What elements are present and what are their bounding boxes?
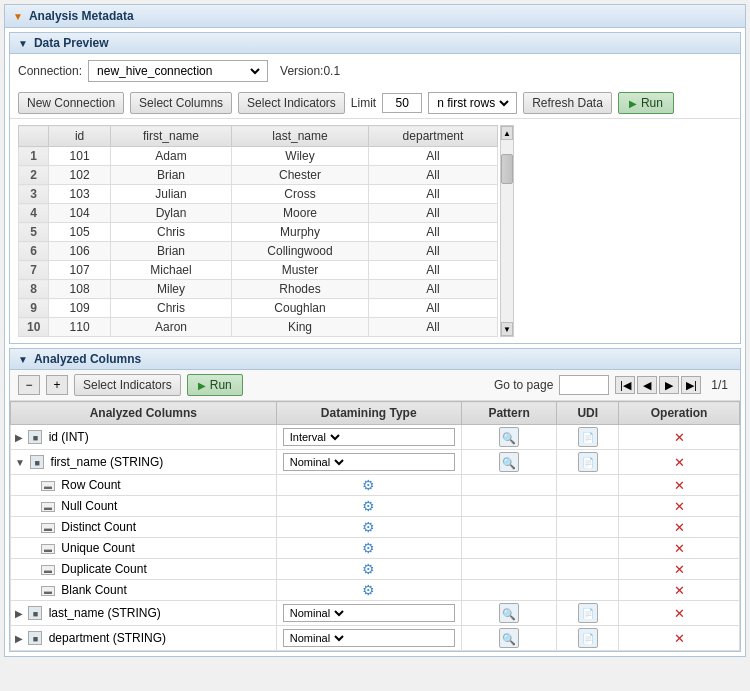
sub-delete-icon[interactable]: ✕ xyxy=(674,499,685,514)
page-last-button[interactable]: ▶| xyxy=(681,376,701,394)
row-index: 1 xyxy=(19,147,49,166)
row-index: 9 xyxy=(19,299,49,318)
rows-dropdown[interactable]: n first rows xyxy=(433,95,512,111)
expand-icon[interactable]: ▼ xyxy=(15,457,25,468)
delete-icon[interactable]: ✕ xyxy=(674,430,685,445)
sub-type-icon: ▬ xyxy=(41,565,55,575)
rows-select[interactable]: n first rows xyxy=(428,92,517,114)
limit-input[interactable] xyxy=(382,93,422,113)
goto-input[interactable] xyxy=(559,375,609,395)
analyzed-row: ▬ Null Count ⚙✕ xyxy=(11,496,740,517)
row-cell: Collingwood xyxy=(232,242,369,261)
sub-delete-icon[interactable]: ✕ xyxy=(674,583,685,598)
gear-icon[interactable]: ⚙ xyxy=(362,540,375,556)
sub-name-text: Row Count xyxy=(61,478,120,492)
expand-icon[interactable]: ▶ xyxy=(15,608,23,619)
sub-delete-icon[interactable]: ✕ xyxy=(674,478,685,493)
sub-type-cell: ⚙ xyxy=(276,475,461,496)
scroll-up[interactable]: ▲ xyxy=(501,126,513,140)
sub-udi-cell xyxy=(557,517,619,538)
scroll-thumb[interactable] xyxy=(501,154,513,184)
page-prev-button[interactable]: ◀ xyxy=(637,376,657,394)
nav-minus-button[interactable]: − xyxy=(18,375,40,395)
datamining-select[interactable]: Nominal xyxy=(286,455,347,469)
col-name-text: id (INT) xyxy=(49,430,89,444)
analyzed-select-indicators-button[interactable]: Select Indicators xyxy=(74,374,181,396)
datamining-select[interactable]: Nominal xyxy=(286,606,347,620)
table-scrollbar[interactable]: ▲ ▼ xyxy=(500,125,514,337)
analyzed-col-header-name: Analyzed Columns xyxy=(11,402,277,425)
connection-dropdown[interactable]: new_hive_connection xyxy=(93,63,263,79)
sub-pattern-cell xyxy=(461,475,557,496)
sub-delete-icon[interactable]: ✕ xyxy=(674,520,685,535)
row-cell: 106 xyxy=(49,242,111,261)
gear-icon[interactable]: ⚙ xyxy=(362,477,375,493)
analyzed-col-header-udi: UDI xyxy=(557,402,619,425)
sub-delete-icon[interactable]: ✕ xyxy=(674,562,685,577)
gear-icon[interactable]: ⚙ xyxy=(362,561,375,577)
new-connection-button[interactable]: New Connection xyxy=(18,92,124,114)
col-type-icon: ■ xyxy=(28,631,42,645)
pattern-icon[interactable]: 🔍 xyxy=(499,427,519,447)
analyzed-row: ▬ Unique Count ⚙✕ xyxy=(11,538,740,559)
data-table-wrapper: id first_name last_name department 1101A… xyxy=(10,119,740,343)
datamining-select[interactable]: Nominal xyxy=(286,631,347,645)
col-type-icon: ■ xyxy=(28,606,42,620)
run-label: Run xyxy=(641,96,663,110)
table-header-row: id first_name last_name department xyxy=(19,126,498,147)
select-columns-button[interactable]: Select Columns xyxy=(130,92,232,114)
udi-icon[interactable]: 📄 xyxy=(578,427,598,447)
row-cell: All xyxy=(368,185,497,204)
pattern-icon[interactable]: 🔍 xyxy=(499,628,519,648)
connection-row: Connection: new_hive_connection Version:… xyxy=(10,54,740,88)
analyzed-table: Analyzed Columns Datamining Type Pattern… xyxy=(10,401,740,651)
operation-cell: ✕ xyxy=(619,450,740,475)
udi-icon[interactable]: 📄 xyxy=(578,452,598,472)
delete-icon[interactable]: ✕ xyxy=(674,606,685,621)
scroll-down[interactable]: ▼ xyxy=(501,322,513,336)
datamining-type-cell[interactable]: Nominal xyxy=(276,601,461,626)
datamining-type-cell[interactable]: Interval xyxy=(276,425,461,450)
col-header-last-name: last_name xyxy=(232,126,369,147)
pattern-icon[interactable]: 🔍 xyxy=(499,603,519,623)
delete-icon[interactable]: ✕ xyxy=(674,631,685,646)
datamining-select[interactable]: Interval xyxy=(286,430,343,444)
gear-icon[interactable]: ⚙ xyxy=(362,498,375,514)
gear-icon[interactable]: ⚙ xyxy=(362,582,375,598)
sub-col-name: ▬ Distinct Count xyxy=(11,517,277,538)
expand-icon[interactable]: ▶ xyxy=(15,633,23,644)
row-cell: 101 xyxy=(49,147,111,166)
row-cell: Moore xyxy=(232,204,369,223)
row-index: 7 xyxy=(19,261,49,280)
udi-icon[interactable]: 📄 xyxy=(578,603,598,623)
table-row: 3103JulianCrossAll xyxy=(19,185,498,204)
datamining-type-cell[interactable]: Nominal xyxy=(276,626,461,651)
connection-select[interactable]: new_hive_connection xyxy=(88,60,268,82)
sub-delete-icon[interactable]: ✕ xyxy=(674,541,685,556)
sub-udi-cell xyxy=(557,538,619,559)
delete-icon[interactable]: ✕ xyxy=(674,455,685,470)
pattern-icon[interactable]: 🔍 xyxy=(499,452,519,472)
analyzed-arrow: ▼ xyxy=(18,354,28,365)
run-button[interactable]: ▶ Run xyxy=(618,92,674,114)
analyzed-run-button[interactable]: ▶ Run xyxy=(187,374,243,396)
row-cell: Wiley xyxy=(232,147,369,166)
row-cell: Cross xyxy=(232,185,369,204)
limit-label: Limit xyxy=(351,96,376,110)
row-index: 8 xyxy=(19,280,49,299)
nav-plus-button[interactable]: + xyxy=(46,375,68,395)
table-row: 10110AaronKingAll xyxy=(19,318,498,337)
col-type-icon: ■ xyxy=(30,455,44,469)
data-preview-toolbar: New Connection Select Columns Select Ind… xyxy=(10,88,740,119)
expand-icon[interactable]: ▶ xyxy=(15,432,23,443)
select-indicators-button[interactable]: Select Indicators xyxy=(238,92,345,114)
refresh-data-button[interactable]: Refresh Data xyxy=(523,92,612,114)
datamining-type-cell[interactable]: Nominal xyxy=(276,450,461,475)
table-row: 9109ChrisCoughlanAll xyxy=(19,299,498,318)
page-next-button[interactable]: ▶ xyxy=(659,376,679,394)
gear-icon[interactable]: ⚙ xyxy=(362,519,375,535)
row-cell: Miley xyxy=(110,280,231,299)
row-cell: All xyxy=(368,223,497,242)
page-first-button[interactable]: |◀ xyxy=(615,376,635,394)
udi-icon[interactable]: 📄 xyxy=(578,628,598,648)
